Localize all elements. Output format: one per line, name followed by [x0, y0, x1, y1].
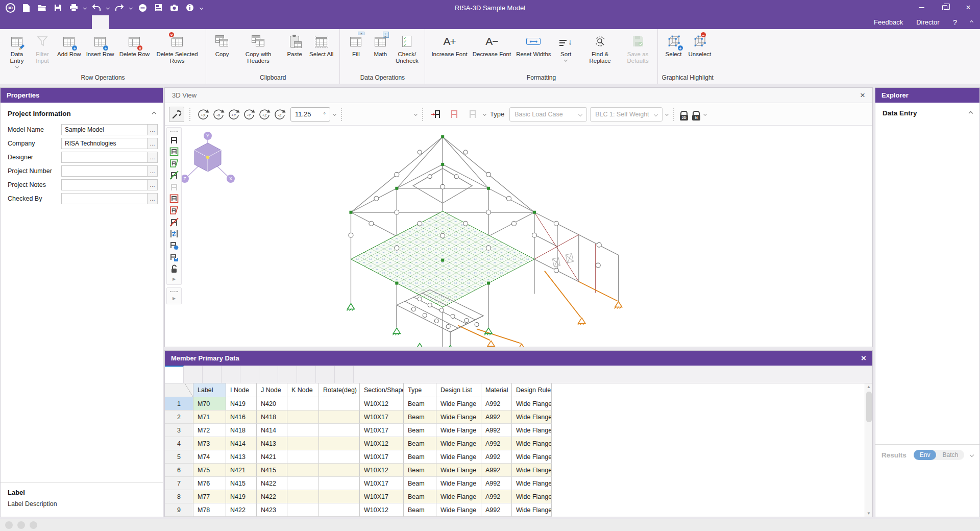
cell-material[interactable]: A992: [481, 411, 512, 424]
spreadsheet-tab[interactable]: [240, 366, 259, 383]
property-more-button[interactable]: [148, 165, 158, 177]
info-icon[interactable]: [184, 2, 195, 13]
cell-design-list[interactable]: Wide Flange: [436, 411, 481, 424]
sort-button[interactable]: ↓ Sort: [554, 32, 578, 63]
rotation-angle-input[interactable]: [295, 110, 318, 118]
results-dropdown-icon[interactable]: [970, 453, 974, 457]
property-more-button[interactable]: [148, 179, 158, 190]
info-dropdown-icon[interactable]: [200, 6, 203, 9]
property-more-button[interactable]: [148, 124, 158, 135]
property-input[interactable]: [61, 138, 148, 149]
cell-section[interactable]: W10X17: [360, 490, 404, 503]
menu-tab[interactable]: [75, 15, 92, 29]
delete-selected-rows-button[interactable]: × Delete Selected Rows: [153, 32, 202, 66]
cell-knode[interactable]: [287, 464, 319, 477]
explorer-item[interactable]: [875, 321, 979, 334]
property-more-button[interactable]: [148, 152, 158, 163]
table-row[interactable]: 6 M75 N421 N415 W10X12 Beam Wide Flange …: [165, 464, 872, 477]
rotate-button[interactable]: -X: [211, 107, 226, 122]
cell-section[interactable]: W10X17: [360, 411, 404, 424]
copy-button[interactable]: Copy: [210, 32, 234, 59]
drag-handle[interactable]: [170, 291, 178, 292]
cell-design-list[interactable]: Wide Flange: [436, 503, 481, 517]
data-entry-button[interactable]: Data Entry: [4, 32, 30, 69]
cell-inode[interactable]: N419: [226, 397, 257, 411]
spreadsheet-close-icon[interactable]: ×: [861, 354, 866, 363]
save-icon[interactable]: [52, 2, 63, 13]
table-row[interactable]: 1 M70 N419 N420 W10X12 Beam Wide Flange …: [165, 397, 872, 411]
explorer-item[interactable]: [875, 241, 979, 254]
explorer-item[interactable]: [875, 161, 979, 175]
cell-jnode[interactable]: N420: [257, 397, 287, 411]
cell-material[interactable]: A992: [481, 424, 512, 437]
remove-icon[interactable]: [137, 2, 148, 13]
cell-label[interactable]: M73: [193, 437, 226, 450]
toolbar-expand-arrow[interactable]: ▶: [168, 294, 180, 302]
cell-type[interactable]: Beam: [404, 397, 436, 411]
explorer-item[interactable]: [875, 307, 979, 321]
3d-canvas[interactable]: ▶ ▶ Y X Z: [165, 126, 872, 347]
undo-dropdown-icon[interactable]: [106, 6, 110, 9]
rotate-button[interactable]: +X: [195, 107, 211, 122]
cell-design-rule[interactable]: Wide Flange: [512, 490, 552, 503]
cell-type[interactable]: Beam: [404, 450, 436, 464]
project-information-section[interactable]: Project Information: [1, 103, 163, 123]
cell-label[interactable]: M70: [193, 397, 226, 411]
sort-dropdown-icon[interactable]: [564, 58, 568, 62]
view-settings-button[interactable]: [169, 107, 184, 122]
add-row-button[interactable]: + Add Row: [55, 32, 83, 59]
cell-jnode[interactable]: N421: [257, 450, 287, 464]
polygon-unselect-members-icon[interactable]: [168, 204, 180, 216]
row-number[interactable]: 9: [165, 503, 193, 517]
cell-design-list[interactable]: Wide Flange: [436, 397, 481, 411]
explorer-item[interactable]: [875, 294, 979, 307]
cell-knode[interactable]: [287, 477, 319, 490]
cell-jnode[interactable]: N423: [257, 503, 287, 517]
cell-section[interactable]: W10X12: [360, 503, 404, 517]
property-more-button[interactable]: [148, 193, 158, 204]
reset-widths-button[interactable]: ⟷ Reset Widths: [514, 32, 553, 59]
line-unselect-members-icon[interactable]: [168, 216, 180, 228]
view-preset-button[interactable]: [375, 107, 384, 122]
explorer-item[interactable]: [875, 334, 979, 347]
lock-2d-button[interactable]: 2D: [679, 108, 689, 120]
scroll-down-icon[interactable]: ▼: [867, 511, 871, 516]
help-button[interactable]: ?: [953, 18, 957, 27]
cell-rotate[interactable]: [319, 477, 360, 490]
table-row[interactable]: 9 M78 N422 N423 W10X12 Beam Wide Flange …: [165, 503, 872, 517]
property-input[interactable]: [61, 165, 148, 177]
cell-jnode[interactable]: N422: [257, 490, 287, 503]
find-replace-button[interactable]: Find & Replace: [579, 32, 622, 66]
cell-material[interactable]: A992: [481, 464, 512, 477]
row-number[interactable]: 8: [165, 490, 193, 503]
cell-material[interactable]: A992: [481, 397, 512, 411]
menu-tab[interactable]: [92, 15, 109, 29]
spreadsheet-tab[interactable]: [335, 366, 354, 383]
cell-knode[interactable]: [287, 397, 319, 411]
view-preset-button[interactable]: [347, 107, 356, 122]
cell-type[interactable]: Beam: [404, 437, 436, 450]
cell-rotate[interactable]: [319, 503, 360, 517]
rotate-button[interactable]: -Z: [272, 107, 287, 122]
spreadsheet-tab[interactable]: [184, 366, 203, 383]
3d-view-close-icon[interactable]: ×: [860, 91, 865, 100]
view-preset-button[interactable]: [402, 107, 411, 122]
cell-material[interactable]: A992: [481, 490, 512, 503]
cell-knode[interactable]: [287, 450, 319, 464]
row-number[interactable]: 3: [165, 424, 193, 437]
menu-tab[interactable]: [127, 15, 144, 29]
view-preset-button[interactable]: [356, 107, 365, 122]
box-select-members-icon[interactable]: [168, 146, 180, 157]
view-preset-button[interactable]: [384, 107, 393, 122]
polygon-select-members-icon[interactable]: [168, 157, 180, 169]
cell-design-list[interactable]: Wide Flange: [436, 490, 481, 503]
cell-type[interactable]: Beam: [404, 411, 436, 424]
fill-button[interactable]: × Fill: [344, 32, 368, 59]
collapse-data-entry-icon[interactable]: [969, 111, 973, 115]
cell-inode[interactable]: N419: [226, 490, 257, 503]
cell-section[interactable]: W10X12: [360, 397, 404, 411]
load-case-type-dropdown[interactable]: Basic Load Case: [509, 107, 587, 122]
cell-design-rule[interactable]: Wide Flange: [512, 477, 552, 490]
rotation-angle-field[interactable]: °: [290, 107, 330, 122]
cell-design-rule[interactable]: Wide Flange: [512, 503, 552, 517]
